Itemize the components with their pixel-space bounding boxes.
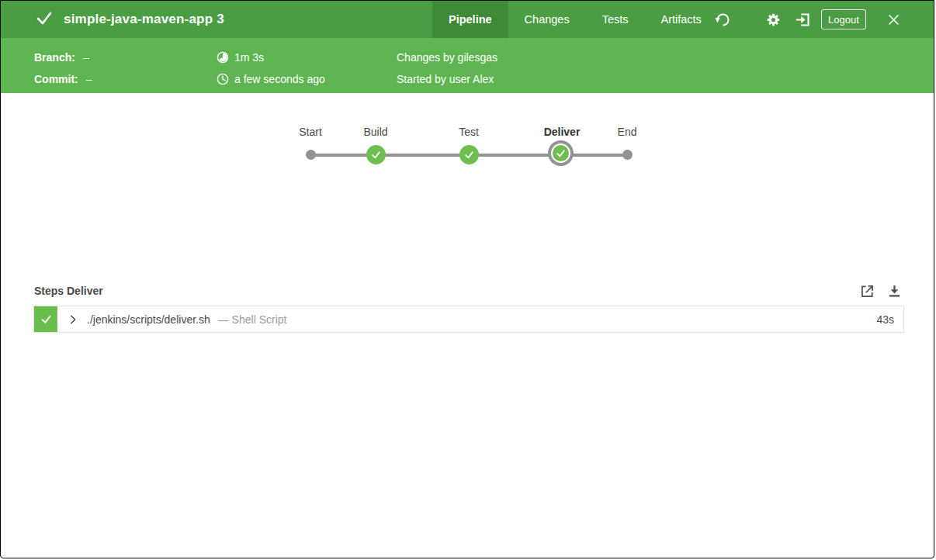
exit-icon[interactable]	[795, 12, 811, 28]
commit-value: –	[86, 73, 92, 85]
stage-label-deliver: Deliver	[544, 126, 581, 138]
step-row[interactable]: ./jenkins/scripts/deliver.sh — Shell Scr…	[33, 306, 904, 333]
tab-artifacts[interactable]: Artifacts	[645, 1, 718, 38]
changes-by-text: Changes by gilesgas	[397, 51, 497, 64]
branch-value: –	[83, 51, 89, 64]
tab-pipeline[interactable]: Pipeline	[432, 1, 508, 38]
blue-ocean-window: simple-java-maven-app 3 Pipeline Changes…	[0, 0, 934, 558]
stage-node-deliver[interactable]	[551, 143, 570, 163]
tab-tests[interactable]: Tests	[586, 1, 645, 38]
duration-value: 1m 3s	[234, 51, 264, 64]
branch-label: Branch:	[34, 51, 75, 64]
run-details-bar: Branch: – Commit: – 1m 3s	[1, 38, 934, 93]
chevron-right-icon[interactable]	[68, 314, 78, 325]
duration-icon	[217, 51, 229, 64]
gear-icon[interactable]	[765, 12, 782, 28]
run-title-group: simple-java-maven-app 3	[35, 1, 224, 38]
open-in-new-window-icon[interactable]	[859, 283, 875, 299]
stage-label-test: Test	[459, 126, 479, 138]
download-log-icon[interactable]	[886, 283, 903, 299]
step-command: ./jenkins/scripts/deliver.sh	[87, 313, 210, 326]
stage-label-start: Start	[299, 126, 322, 138]
branch-commit-column: Branch: – Commit: –	[34, 47, 92, 90]
success-check-icon	[35, 9, 54, 30]
stage-node-end[interactable]	[622, 150, 633, 160]
time-column: 1m 3s a few seconds ago	[217, 47, 325, 90]
clock-icon	[217, 73, 229, 85]
stage-node-start[interactable]	[306, 150, 316, 160]
tab-changes[interactable]: Changes	[508, 1, 586, 38]
run-header: simple-java-maven-app 3 Pipeline Changes…	[1, 1, 934, 38]
steps-section-title: Steps Deliver	[34, 285, 103, 297]
step-duration: 43s	[876, 313, 894, 326]
stage-label-end: End	[618, 126, 637, 138]
pipeline-graph: Start Build Test Deliver End	[299, 126, 640, 172]
rerun-icon[interactable]	[715, 12, 731, 28]
step-type-label: — Shell Script	[218, 313, 287, 326]
close-icon[interactable]	[886, 12, 903, 29]
started-by-text: Started by user Alex	[397, 73, 494, 85]
stage-node-build[interactable]	[366, 145, 386, 164]
stage-label-build: Build	[363, 126, 387, 138]
run-title: simple-java-maven-app 3	[64, 12, 224, 27]
logout-button[interactable]: Logout	[821, 9, 866, 29]
run-tabs: Pipeline Changes Tests Artifacts	[432, 1, 718, 38]
stage-node-test[interactable]	[459, 145, 479, 164]
cause-column: Changes by gilesgas Started by user Alex	[397, 47, 497, 90]
step-success-check-icon	[34, 306, 57, 332]
time-ago-value: a few seconds ago	[234, 73, 325, 85]
commit-label: Commit:	[34, 73, 78, 85]
